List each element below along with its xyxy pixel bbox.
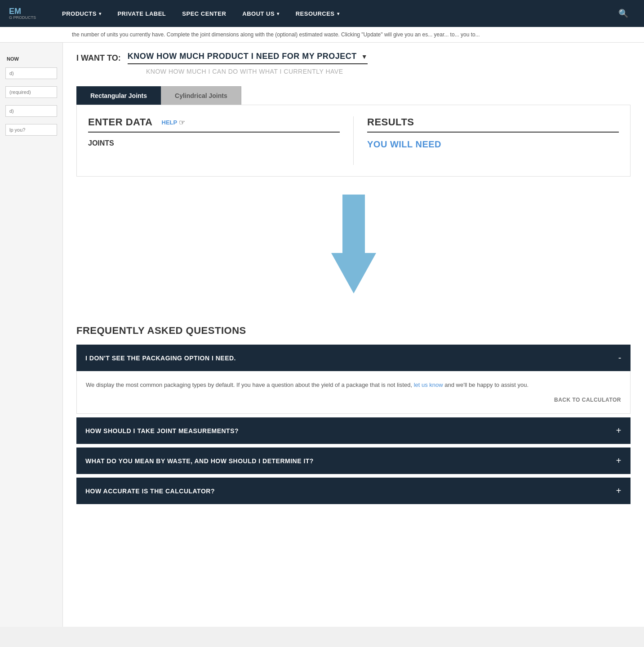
nav-links: PRODUCTS ▾ PRIVATE LABEL SPEC CENTER ABO… [54, 0, 612, 27]
nav-products[interactable]: PRODUCTS ▾ [54, 0, 109, 27]
nav-spec-center[interactable]: SPEC CENTER [174, 0, 234, 27]
help-button[interactable]: HELP [162, 119, 178, 126]
main-wrapper: NOW I WANT TO: KNOW HOW MUCH PRODUCT I N… [0, 43, 644, 627]
sidebar-input-1[interactable] [5, 67, 57, 79]
faq-toggle-1: - [618, 353, 622, 363]
faq-item-3: WHAT DO YOU MEAN BY WASTE, AND HOW SHOUL… [76, 448, 631, 474]
arrow-section [76, 177, 631, 316]
faq-question-1[interactable]: I DON'T SEE THE PACKAGING OPTION I NEED.… [76, 345, 631, 371]
svg-marker-0 [331, 195, 376, 293]
faq-question-1-text: I DON'T SEE THE PACKAGING OPTION I NEED. [85, 355, 236, 362]
iwantto-label: I WANT TO: [76, 53, 121, 63]
faq-answer-1-text-before: We display the most common packaging typ… [86, 381, 414, 388]
faq-title: FREQUENTLY ASKED QUESTIONS [76, 325, 631, 337]
sidebar-input-4[interactable] [5, 124, 57, 136]
faq-question-4[interactable]: HOW ACCURATE IS THE CALCULATOR? + [76, 478, 631, 504]
nav-resources[interactable]: RESOURCES ▾ [288, 0, 347, 27]
faq-item-1: I DON'T SEE THE PACKAGING OPTION I NEED.… [76, 345, 631, 414]
chevron-down-icon: ▾ [277, 11, 280, 16]
faq-section: FREQUENTLY ASKED QUESTIONS I DON'T SEE T… [76, 325, 631, 504]
enter-data-title: ENTER DATA [88, 116, 153, 128]
faq-item-2: HOW SHOULD I TAKE JOINT MEASUREMENTS? + [76, 417, 631, 444]
faq-link-1[interactable]: let us know [414, 381, 443, 388]
nav-private-label[interactable]: PRIVATE LABEL [109, 0, 174, 27]
logo-main: EM [9, 7, 36, 15]
faq-answer-1-text-after: and we'll be happy to assist you. [443, 381, 529, 388]
nav-about-us[interactable]: ABOUT US ▾ [234, 0, 287, 27]
calculator-box: ENTER DATA HELP ☞ JOINTS RESULTS YOU WIL… [76, 105, 631, 177]
iwantto-alternative[interactable]: KNOW HOW MUCH I CAN DO WITH WHAT I CURRE… [146, 68, 343, 75]
faq-question-4-text: HOW ACCURATE IS THE CALCULATOR? [85, 487, 215, 495]
logo-sub: G PRODUCTS [9, 15, 36, 20]
chevron-down-icon: ▾ [99, 11, 102, 16]
faq-toggle-3: + [616, 456, 622, 466]
enter-data-title-row: ENTER DATA HELP ☞ [88, 116, 340, 133]
faq-question-2[interactable]: HOW SHOULD I TAKE JOINT MEASUREMENTS? + [76, 417, 631, 444]
you-will-need-label: YOU WILL NEED [367, 139, 619, 150]
chevron-down-icon: ▼ [361, 53, 368, 60]
sidebar-input-2[interactable] [5, 86, 57, 98]
faq-item-4: HOW ACCURATE IS THE CALCULATOR? + [76, 478, 631, 504]
iwantto-selected-text: KNOW HOW MUCH PRODUCT I NEED FOR MY PROJ… [128, 52, 357, 61]
results-title: RESULTS [367, 116, 619, 133]
logo[interactable]: EM G PRODUCTS [9, 4, 40, 24]
faq-question-2-text: HOW SHOULD I TAKE JOINT MEASUREMENTS? [85, 427, 239, 434]
search-icon[interactable]: 🔍 [612, 9, 635, 18]
tab-rectangular-joints[interactable]: Rectangular Joints [76, 86, 161, 105]
joints-label: JOINTS [88, 139, 340, 147]
sidebar-title: NOW [0, 52, 62, 64]
results-panel: RESULTS YOU WILL NEED [354, 116, 619, 165]
down-arrow-icon [327, 195, 381, 293]
announcement-bar: the number of units you currently have. … [0, 27, 644, 43]
faq-question-3[interactable]: WHAT DO YOU MEAN BY WASTE, AND HOW SHOUL… [76, 448, 631, 474]
main-content: I WANT TO: KNOW HOW MUCH PRODUCT I NEED … [63, 43, 644, 627]
tabs: Rectangular Joints Cylindrical Joints [76, 86, 631, 105]
sidebar-input-3[interactable] [5, 105, 57, 117]
sidebar: NOW [0, 43, 63, 627]
navbar: EM G PRODUCTS PRODUCTS ▾ PRIVATE LABEL S… [0, 0, 644, 27]
chevron-down-icon: ▾ [337, 11, 340, 16]
faq-toggle-4: + [616, 486, 622, 496]
iwantto-select[interactable]: KNOW HOW MUCH PRODUCT I NEED FOR MY PROJ… [128, 52, 368, 64]
faq-question-3-text: WHAT DO YOU MEAN BY WASTE, AND HOW SHOUL… [85, 457, 314, 465]
tab-cylindrical-joints[interactable]: Cylindrical Joints [161, 86, 241, 105]
iwantto-section: I WANT TO: KNOW HOW MUCH PRODUCT I NEED … [76, 52, 631, 75]
faq-answer-1: We display the most common packaging typ… [76, 371, 631, 414]
enter-data-panel: ENTER DATA HELP ☞ JOINTS [88, 116, 354, 165]
cursor-icon: ☞ [179, 118, 185, 127]
faq-toggle-2: + [616, 425, 622, 436]
iwantto-row: I WANT TO: KNOW HOW MUCH PRODUCT I NEED … [76, 52, 368, 64]
back-to-calculator-button[interactable]: BACK TO CALCULATOR [86, 395, 621, 404]
